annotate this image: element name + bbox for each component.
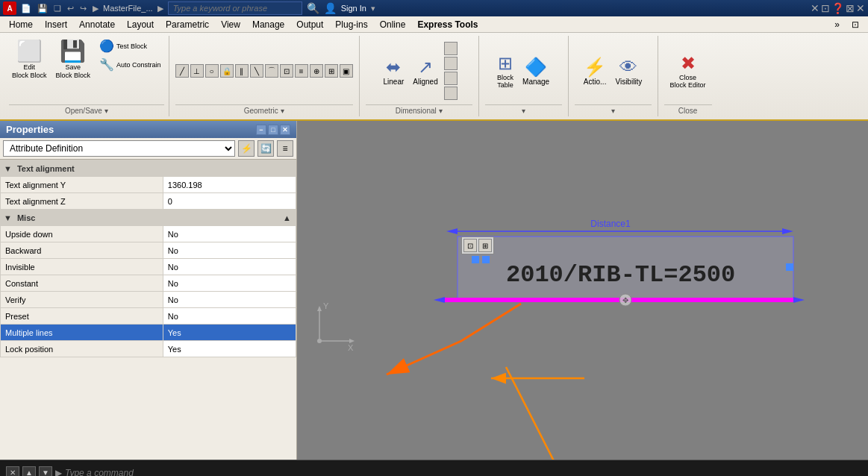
geo-btn-5[interactable]: ∥ — [235, 64, 249, 78]
app-logo: A — [3, 1, 16, 15]
section-collapse-icon[interactable]: ▼ — [4, 164, 12, 173]
misc-collapse-icon[interactable]: ▼ — [4, 213, 12, 222]
geo-btn-6[interactable]: ╲ — [250, 64, 263, 78]
dim-btn-1[interactable] — [444, 42, 458, 55]
prop-value[interactable]: No — [163, 226, 296, 242]
linear-button[interactable]: ⬌ Linear — [381, 55, 408, 87]
action-button[interactable]: ⚡ Actio... — [581, 55, 610, 87]
misc-section-right-btn[interactable]: ▲ — [283, 213, 291, 222]
command-close-btn[interactable]: ✕ — [6, 466, 19, 477]
close-block-editor-button[interactable]: ✖ CloseBlock Editor — [667, 51, 709, 90]
menu-online[interactable]: Online — [374, 18, 412, 31]
dim-btn-2[interactable] — [444, 57, 458, 70]
visibility-button[interactable]: 👁 Visibility — [612, 55, 645, 87]
misc-label: Misc — [17, 213, 35, 222]
block-tb-btn-1[interactable]: ⊡ — [463, 239, 477, 252]
geo-btn-11[interactable]: ⊞ — [325, 64, 338, 78]
text-alignment-section: ▼ Text alignment — [1, 160, 296, 177]
command-expand-btn[interactable]: ▼ — [39, 466, 52, 477]
title-bar: A 📄 💾 ❏ ↩ ↪ ▶ MasterFile_... ▶ 🔍 👤 Sign … — [0, 0, 868, 16]
multiple-lines-row[interactable]: Multiple lines Yes — [1, 325, 296, 341]
lock-position-value[interactable]: Yes — [163, 341, 296, 357]
menu-extra[interactable]: ⊡ — [846, 18, 865, 31]
command-history-btn[interactable]: ▲ — [22, 466, 36, 477]
prop-value[interactable]: No — [163, 292, 296, 308]
edit-block-button[interactable]: ⬜ EditBlock Block — [9, 37, 50, 81]
dim-btn-3[interactable] — [444, 72, 458, 85]
table-row: Constant No — [1, 275, 296, 292]
canvas-area[interactable]: Positio Distance1 2010/RIB-TL=2500 — [297, 121, 868, 460]
prop-key: Text alignment Z — [1, 193, 163, 210]
geo-btn-12[interactable]: ▣ — [340, 64, 353, 78]
main-area: Properties − □ ✕ Attribute Definition ⚡ … — [0, 121, 868, 460]
prop-value[interactable]: 1360.198 — [163, 177, 296, 193]
keyword-search-input[interactable] — [168, 1, 302, 15]
properties-maximize[interactable]: □ — [268, 125, 278, 135]
text-alignment-label: Text alignment — [17, 164, 75, 173]
table-row: Invisible No — [1, 259, 296, 275]
prop-key: Upside down — [1, 226, 163, 242]
geo-btn-2[interactable]: ⊥ — [190, 64, 204, 78]
menu-express-tools[interactable]: Express Tools — [411, 18, 484, 31]
manage-button[interactable]: 🔷 Manage — [519, 55, 552, 87]
menu-plugins[interactable]: Plug-ins — [329, 18, 373, 31]
title-bar-left: A 📄 💾 ❏ ↩ ↪ ▶ MasterFile_... ▶ 🔍 👤 Sign … — [3, 1, 375, 15]
menu-bar: Home Insert Annotate Layout Parametric V… — [0, 16, 868, 33]
opensave-group-label: Open/Save ▾ — [9, 104, 164, 115]
prop-value[interactable]: No — [163, 242, 296, 259]
geometric-group-label: Geometric ▾ — [175, 104, 353, 115]
prop-value[interactable]: No — [163, 308, 296, 325]
table-row: Text alignment Y 1360.198 — [1, 177, 296, 193]
menu-overflow[interactable]: » — [828, 18, 846, 31]
action-group-label: ▾ — [575, 104, 652, 115]
prop-icon-btn-1[interactable]: ⚡ — [238, 140, 255, 157]
menu-home[interactable]: Home — [3, 18, 39, 31]
aligned-button[interactable]: ↗ Aligned — [410, 55, 440, 87]
command-input[interactable] — [65, 468, 862, 477]
prop-value[interactable]: 0 — [163, 193, 296, 210]
geo-btn-3[interactable]: ○ — [205, 64, 219, 78]
block-table-button[interactable]: ⊞ BlockTable — [494, 51, 516, 90]
geo-btn-10[interactable]: ⊕ — [310, 64, 323, 78]
prop-value[interactable]: No — [163, 259, 296, 275]
auto-constrain-button[interactable]: 🔧 Auto Constrain — [96, 56, 164, 73]
attribute-type-select[interactable]: Attribute Definition — [3, 140, 235, 157]
properties-window-controls[interactable]: − □ ✕ — [256, 125, 290, 135]
command-area: ✕ ▲ ▼ ▶ — [0, 460, 868, 476]
svg-text:Distance1: Distance1 — [590, 219, 631, 229]
menu-insert[interactable]: Insert — [39, 18, 73, 31]
svg-rect-6 — [472, 256, 479, 263]
properties-close[interactable]: ✕ — [280, 125, 290, 135]
sign-in-button[interactable]: Sign In — [341, 4, 366, 13]
window-controls[interactable]: ✕ ⊡ ❓ ⊠ ✕ — [811, 2, 865, 14]
menu-output[interactable]: Output — [290, 18, 329, 31]
prop-icon-btn-3[interactable]: ≡ — [277, 140, 293, 157]
menu-parametric[interactable]: Parametric — [160, 18, 215, 31]
ribbon: ⬜ EditBlock Block 💾 SaveBlock Block 🔵 Te… — [0, 33, 868, 121]
geo-btn-1[interactable]: ╱ — [175, 64, 189, 78]
svg-text:✥: ✥ — [622, 296, 628, 304]
test-block-button[interactable]: 🔵 Test Block — [96, 37, 164, 54]
prop-key: Invisible — [1, 259, 163, 275]
geo-btn-8[interactable]: ⊡ — [280, 64, 293, 78]
table-row: Verify No — [1, 292, 296, 308]
prop-value[interactable]: No — [163, 275, 296, 292]
block-tb-btn-2[interactable]: ⊞ — [478, 239, 492, 252]
geo-btn-9[interactable]: ≡ — [295, 64, 308, 78]
multiple-lines-value[interactable]: Yes — [163, 325, 296, 341]
table-row: Lock position Yes — [1, 341, 296, 357]
prop-key: Preset — [1, 308, 163, 325]
menu-view[interactable]: View — [215, 18, 246, 31]
menu-layout[interactable]: Layout — [121, 18, 160, 31]
window-title: MasterFile_... — [103, 4, 153, 13]
prop-icon-btn-2[interactable]: 🔄 — [257, 140, 274, 157]
save-block-button[interactable]: 💾 SaveBlock Block — [53, 37, 94, 81]
properties-minimize[interactable]: − — [256, 125, 266, 135]
menu-annotate[interactable]: Annotate — [73, 18, 121, 31]
geo-btn-4[interactable]: 🔒 — [220, 64, 234, 78]
geo-btn-7[interactable]: ⌒ — [265, 64, 278, 78]
dim-btn-4[interactable] — [444, 87, 458, 100]
menu-manage[interactable]: Manage — [246, 18, 290, 31]
table-row: Backward No — [1, 242, 296, 259]
properties-title-bar: Properties − □ ✕ — [0, 121, 296, 138]
